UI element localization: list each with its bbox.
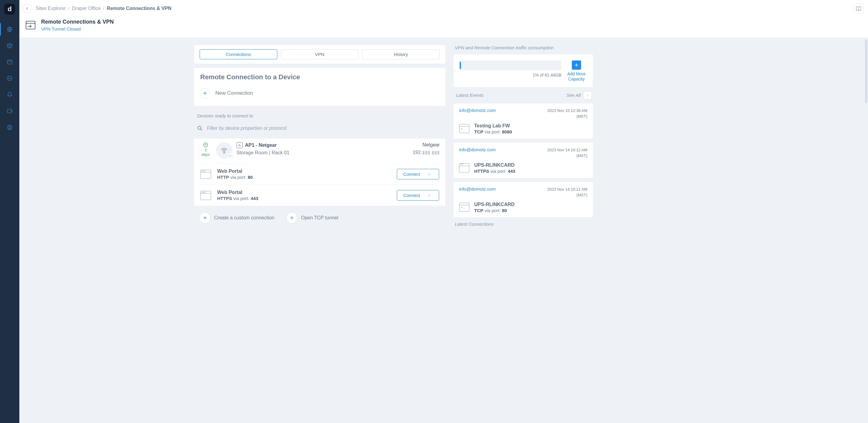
connection-port: 443 (251, 196, 258, 201)
plus-icon (203, 91, 208, 96)
remote-connection-icon (26, 21, 35, 29)
terminal-icon (459, 203, 469, 212)
uptime-value: 2 (205, 148, 207, 152)
window-icon (7, 59, 13, 65)
latest-events-title: Latest Events (455, 93, 485, 98)
globe-icon (7, 26, 13, 32)
topbar: Sites Explorer / Draper Office / Remote … (19, 0, 868, 17)
event-timestamp: 2023 Nov 15 12:38 AM(MST) (548, 108, 587, 120)
event-device-name: Testing Lab FW (474, 123, 512, 129)
connection-text: Web Portal HTTP via port: 80 (217, 169, 253, 180)
scrollbar[interactable] (865, 39, 867, 103)
device-info: AP1 - Netgear Storage Room | Rack 01 (237, 142, 408, 155)
tag-icon (228, 154, 232, 158)
breadcrumb-root[interactable]: Sites Explorer (36, 6, 66, 11)
nav-item-monitoring[interactable] (6, 75, 13, 82)
svg-point-5 (9, 126, 10, 128)
device-head: 2 days (199, 142, 440, 163)
device-card: 2 days (194, 139, 445, 206)
terminal-icon (459, 124, 469, 133)
see-all-link[interactable]: See All (566, 93, 581, 98)
device-filter (194, 123, 445, 134)
event-timestamp: 2023 Nov 14 10:12 AM(MST) (548, 147, 587, 159)
tabs: Connections VPN History (194, 45, 445, 64)
event-card[interactable]: info@domotz.com 2023 Nov 14 10:11 AM(MST… (454, 182, 593, 217)
svg-rect-10 (239, 145, 241, 146)
tab-vpn[interactable]: VPN (281, 49, 359, 59)
bell-icon (7, 92, 13, 98)
nav-item-account[interactable] (6, 124, 13, 131)
nav-item-sites[interactable] (6, 26, 13, 33)
chevron-left-icon (25, 6, 29, 10)
connect-button[interactable]: Connect (397, 169, 439, 179)
devices-ready-hint: Devices ready to connect to (194, 110, 445, 118)
breadcrumb: Sites Explorer / Draper Office / Remote … (36, 6, 172, 11)
breadcrumb-current: Remote Connections & VPN (107, 6, 171, 11)
event-card[interactable]: info@domotz.com 2023 Nov 15 12:38 AM(MST… (454, 103, 593, 139)
bottom-actions: Create a custom connection Open TCP tunn… (194, 210, 445, 223)
device-uptime: 2 days (199, 142, 212, 157)
event-card[interactable]: info@domotz.com 2023 Nov 14 10:12 AM(MST… (454, 143, 593, 178)
browser-icon (200, 170, 211, 179)
breadcrumb-site[interactable]: Draper Office (72, 6, 101, 11)
nav-item-dashboard[interactable] (6, 59, 13, 65)
breadcrumb-separator: / (103, 6, 104, 11)
app-logo[interactable]: d (4, 4, 15, 14)
see-all-button[interactable] (584, 91, 592, 99)
connect-button[interactable]: Connect (397, 190, 439, 201)
gauge-icon (7, 75, 13, 81)
event-actor[interactable]: info@domotz.com (459, 147, 496, 152)
consumption-title: VPN and Remote Connection traffic consum… (454, 45, 593, 50)
create-custom-connection[interactable]: Create a custom connection (199, 212, 274, 223)
event-actor[interactable]: info@domotz.com (459, 186, 496, 191)
remote-connection-card: Remote Connection to a Device New Connec… (194, 68, 445, 106)
remote-connection-heading: Remote Connection to a Device (200, 73, 440, 81)
new-connection-row[interactable]: New Connection (199, 88, 440, 99)
filter-input[interactable] (207, 126, 442, 131)
event-device-name: UPS-RLINKCARD (474, 202, 515, 207)
browser-window-icon (459, 163, 469, 173)
svg-point-7 (198, 126, 201, 129)
new-connection-label: New Connection (215, 90, 253, 96)
add-capacity[interactable]: Add More Capacity (565, 61, 587, 82)
connection-title: Web Portal (217, 169, 253, 174)
latest-events-header: Latest Events See All (454, 91, 593, 99)
add-capacity-label: Add More Capacity (565, 71, 587, 82)
connection-protocol: HTTPS (217, 196, 232, 201)
left-nav: d (0, 0, 19, 423)
connection-text: Web Portal HTTPS via port: 443 (217, 190, 258, 201)
new-connection-button[interactable] (199, 88, 211, 99)
main: Sites Explorer / Draper Office / Remote … (19, 0, 868, 423)
page-header: Remote Connections & VPN VPN Tunnel Clos… (19, 17, 868, 38)
svg-point-9 (224, 152, 224, 153)
breadcrumb-separator: / (68, 6, 69, 11)
consumption-progress: 1% of 61.44GB (459, 61, 561, 78)
plus-icon (289, 215, 294, 220)
plus-button[interactable] (286, 212, 297, 223)
nav-item-alerts[interactable] (6, 91, 13, 98)
latest-connections-title: Latest Connections (454, 221, 593, 226)
page-subtitle: VPN Tunnel Closed (41, 26, 114, 31)
device-avatar (216, 142, 232, 158)
uptime-unit: days (202, 152, 210, 157)
tab-connections[interactable]: Connections (199, 49, 277, 59)
open-tcp-tunnel[interactable]: Open TCP tunnel (286, 212, 338, 223)
connection-protocol: HTTP (217, 175, 229, 180)
back-button[interactable] (23, 4, 31, 13)
tab-history[interactable]: History (362, 49, 440, 59)
nav-item-inventory[interactable] (6, 42, 13, 49)
page-icon-box (25, 20, 36, 30)
device-type-badge (227, 152, 234, 159)
event-actor[interactable]: info@domotz.com (459, 108, 496, 113)
device-vendor: Netgear (412, 142, 440, 148)
nav-item-tickets[interactable] (6, 108, 13, 114)
progress-bar (459, 61, 561, 70)
device-name[interactable]: AP1 - Netgear (245, 143, 277, 148)
lock-icon (237, 142, 243, 148)
device-meta: Netgear 192.▮▮▮ ▮▮▮ (412, 142, 440, 155)
svg-rect-1 (7, 60, 12, 64)
wifi-icon (220, 146, 228, 155)
plus-button[interactable] (199, 212, 211, 223)
add-capacity-button[interactable] (572, 61, 581, 69)
help-docs-button[interactable] (854, 4, 864, 14)
